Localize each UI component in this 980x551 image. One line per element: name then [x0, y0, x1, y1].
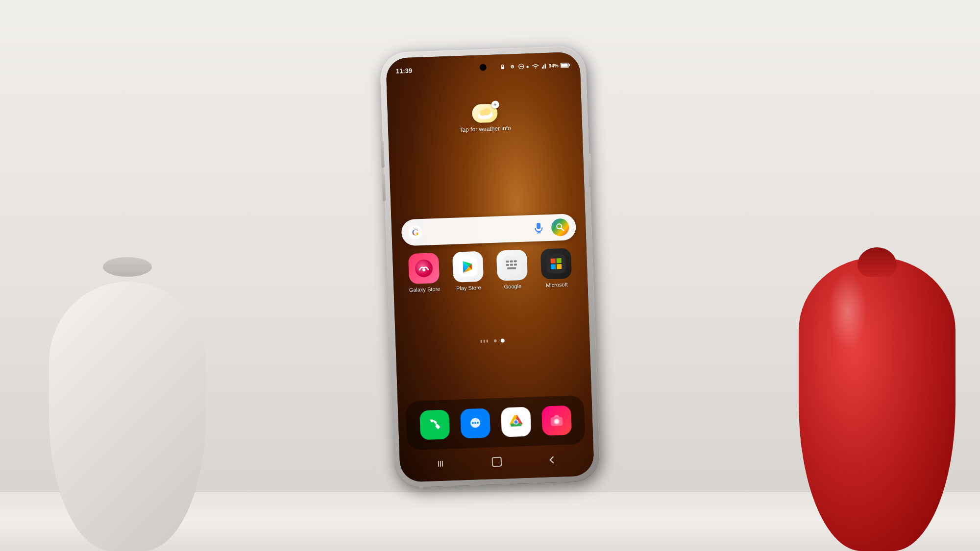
google-g-letter: G	[412, 227, 419, 237]
phone-shell: 11:39 ●	[380, 46, 601, 488]
nav-home[interactable]	[491, 456, 502, 467]
svg-rect-15	[537, 222, 540, 229]
svg-rect-10	[569, 64, 570, 66]
svg-rect-34	[551, 264, 556, 269]
messages-icon	[467, 415, 483, 431]
page-line-3	[487, 339, 488, 342]
weather-icon: +	[471, 103, 497, 123]
status-time: 11:39	[396, 67, 413, 74]
svg-rect-32	[550, 258, 555, 263]
nav-back[interactable]	[547, 455, 557, 465]
dock-messages[interactable]	[460, 408, 490, 438]
dock-phone[interactable]	[419, 409, 450, 440]
phone-screen: 11:39 ●	[386, 51, 594, 482]
page-lines	[481, 339, 488, 343]
microsoft-label: Microsoft	[546, 281, 568, 288]
volume-up-button[interactable]	[381, 141, 385, 168]
microsoft-svg	[546, 253, 566, 273]
search-mic-icon[interactable]	[531, 220, 547, 236]
svg-rect-35	[557, 264, 562, 269]
page-indicator	[481, 338, 505, 343]
svg-rect-0	[501, 66, 504, 69]
page-dot-1	[494, 339, 497, 342]
volume-down-button[interactable]	[382, 174, 386, 201]
cloud-icon	[476, 106, 494, 120]
svg-rect-7	[545, 63, 546, 68]
status-icons: ● 94%	[499, 62, 570, 70]
play-store-label: Play Store	[456, 284, 481, 291]
search-lens-icon[interactable]	[551, 218, 569, 236]
svg-rect-50	[440, 460, 441, 466]
svg-rect-52	[492, 457, 502, 466]
app-item-microsoft[interactable]: Microsoft	[537, 248, 576, 288]
phone: 11:39 ●	[380, 46, 601, 488]
page-dot-2	[501, 338, 505, 342]
white-vase-rim	[103, 257, 152, 277]
dock-camera[interactable]	[541, 405, 571, 435]
google-g-icon: G	[408, 225, 422, 240]
microphone-icon	[534, 222, 543, 234]
svg-rect-5	[542, 67, 543, 69]
red-vase	[799, 233, 956, 551]
status-dot: ●	[526, 63, 529, 69]
svg-rect-31	[546, 253, 566, 273]
google-app-icon	[496, 249, 528, 281]
page-line-1	[481, 339, 482, 342]
red-vase-body	[799, 257, 956, 551]
signal-icon	[541, 62, 546, 68]
google-label: Google	[504, 283, 521, 289]
chrome-icon	[507, 413, 524, 430]
app-item-play-store[interactable]: Play Store	[448, 251, 488, 291]
dock-chrome[interactable]	[501, 407, 531, 437]
white-vase	[39, 257, 216, 551]
red-vase-neck	[858, 247, 897, 277]
galaxy-store-label: Galaxy Store	[409, 286, 441, 292]
galaxy-store-icon	[408, 252, 440, 284]
app-item-google[interactable]: Google	[492, 249, 532, 290]
galaxy-store-svg	[414, 259, 433, 278]
google-svg	[502, 255, 522, 275]
weather-label: Tap for weather info	[459, 124, 511, 133]
svg-rect-33	[556, 258, 561, 263]
red-vase-highlight	[828, 272, 867, 350]
svg-rect-51	[441, 460, 442, 466]
camera-icon	[549, 413, 564, 428]
svg-line-19	[561, 228, 564, 230]
battery-icon	[561, 62, 570, 68]
svg-rect-9	[561, 63, 568, 66]
play-store-icon	[452, 251, 484, 282]
weather-plus-icon: +	[491, 100, 499, 109]
back-icon	[547, 455, 557, 465]
home-icon	[491, 456, 502, 467]
svg-rect-6	[543, 65, 544, 69]
microsoft-icon	[540, 248, 572, 279]
svg-rect-49	[438, 460, 439, 466]
svg-point-2	[512, 66, 513, 67]
recents-icon	[437, 458, 447, 469]
nav-recents[interactable]	[437, 458, 447, 469]
search-spacer	[427, 228, 526, 232]
wifi-icon	[531, 63, 540, 69]
app-grid: Galaxy Store	[402, 248, 578, 293]
phone-icon	[427, 417, 442, 432]
lens-icon	[556, 222, 565, 232]
app-item-galaxy-store[interactable]: Galaxy Store	[404, 252, 444, 293]
status-lock-icon	[499, 64, 507, 70]
weather-widget[interactable]: + Tap for weather info	[459, 103, 511, 133]
white-vase-body	[49, 282, 206, 551]
status-settings-icon	[508, 64, 516, 70]
page-line-2	[484, 339, 485, 342]
status-dnd-icon	[518, 63, 524, 69]
play-store-svg	[458, 257, 478, 277]
dock	[405, 395, 585, 450]
battery-percent: 94%	[549, 62, 559, 68]
